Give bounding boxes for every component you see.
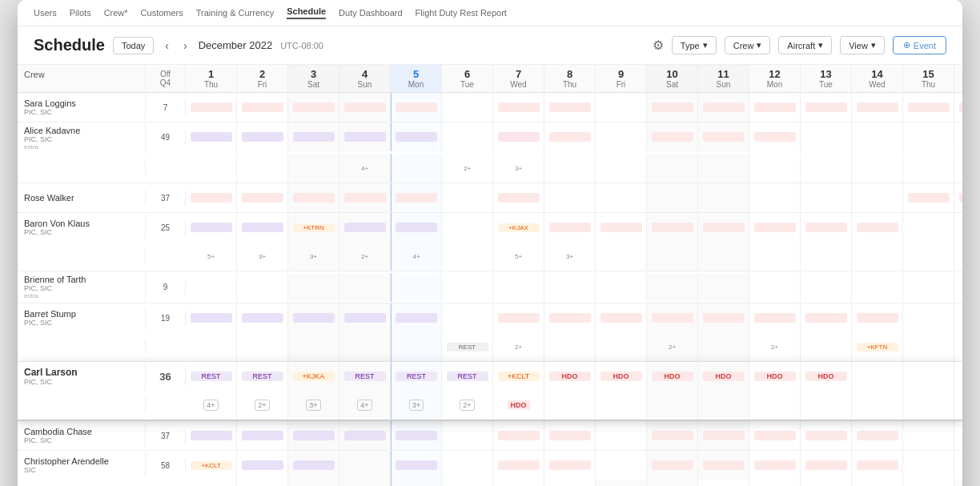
nav-flight-duty[interactable]: Flight Duty Rest Report bbox=[416, 8, 507, 18]
day-carl-9[interactable]: HDO bbox=[596, 362, 647, 391]
day-carl-2[interactable]: REST bbox=[237, 362, 288, 391]
day-alice-2[interactable]: ​ bbox=[237, 123, 288, 151]
day-barret-7[interactable]: ​ bbox=[493, 303, 544, 332]
day-chris-11[interactable]: ​ bbox=[698, 451, 749, 480]
view-dropdown[interactable]: View ▾ bbox=[840, 36, 885, 54]
day-chris-2[interactable]: ​ bbox=[237, 451, 288, 480]
day-barret-11[interactable]: ​ bbox=[698, 303, 749, 332]
day-chris-14[interactable]: ​ bbox=[852, 451, 903, 480]
day-barret-4[interactable]: ​ bbox=[339, 303, 391, 332]
day-cambodia-10[interactable]: ​ bbox=[647, 421, 698, 450]
nav-customers[interactable]: Customers bbox=[141, 8, 183, 18]
day-barret-13[interactable]: ​ bbox=[801, 303, 852, 332]
day-cambodia-12[interactable]: ​ bbox=[749, 421, 801, 450]
nav-duty-dashboard[interactable]: Duty Dashboard bbox=[339, 8, 403, 18]
day-cambodia-13[interactable]: ​ bbox=[801, 421, 852, 450]
day-carl-11[interactable]: HDO bbox=[698, 362, 749, 391]
day-chris-3[interactable]: ​ bbox=[288, 451, 339, 480]
day-sara-10[interactable]: ​ bbox=[647, 93, 698, 122]
prev-arrow[interactable]: ‹ bbox=[162, 38, 172, 54]
day-sara-2[interactable]: ​ bbox=[237, 93, 288, 122]
day-cambodia-11[interactable]: ​ bbox=[698, 421, 749, 450]
day-baron-4[interactable]: ​ bbox=[339, 213, 391, 242]
day-cambodia-1[interactable]: ​ bbox=[186, 421, 237, 450]
day-chris-7[interactable]: ​ bbox=[493, 451, 544, 480]
day-cambodia-8[interactable]: ​ bbox=[544, 421, 596, 450]
day-barret-12[interactable]: ​ bbox=[749, 303, 801, 332]
day-alice-1[interactable]: ​ bbox=[186, 123, 237, 151]
day-carl-13[interactable]: HDO bbox=[801, 362, 852, 391]
day-barret-9[interactable]: ​ bbox=[596, 303, 647, 332]
day-baron-8[interactable]: ​ bbox=[544, 213, 596, 242]
day-baron-14[interactable]: ​ bbox=[852, 213, 903, 242]
day-rose-1[interactable]: ​ bbox=[186, 183, 237, 212]
day-carl-1[interactable]: REST bbox=[186, 362, 237, 391]
day-rose-15[interactable]: ​ bbox=[903, 183, 954, 212]
add-event-button[interactable]: ⊕ Event bbox=[893, 36, 946, 54]
day-chris-5[interactable]: ​ bbox=[391, 451, 442, 480]
day-baron-7[interactable]: +KJAX bbox=[493, 213, 544, 242]
day-sara-11[interactable]: ​ bbox=[698, 93, 749, 122]
day-sara-12[interactable]: ​ bbox=[749, 93, 801, 122]
nav-training[interactable]: Training & Currency bbox=[196, 8, 274, 18]
day-sara-3[interactable]: ​ bbox=[288, 93, 339, 122]
day-baron-3[interactable]: +KTRN bbox=[288, 213, 339, 242]
day-sara-4[interactable]: ​ bbox=[339, 93, 391, 122]
day-rose-2[interactable]: ​ bbox=[237, 183, 288, 212]
day-alice-10[interactable]: ​ bbox=[647, 123, 698, 151]
nav-pilots[interactable]: Pilots bbox=[70, 8, 91, 18]
sub-alice-6[interactable]: 2+ bbox=[442, 154, 493, 183]
day-rose-3[interactable]: ​ bbox=[288, 183, 339, 212]
day-barret-14[interactable]: ​ bbox=[852, 303, 903, 332]
day-chris-13[interactable]: ​ bbox=[801, 451, 852, 480]
day-alice-7[interactable]: ​ bbox=[493, 123, 544, 151]
day-cambodia-7[interactable]: ​ bbox=[493, 421, 544, 450]
day-barret-8[interactable]: ​ bbox=[544, 303, 596, 332]
day-carl-6[interactable]: REST bbox=[442, 362, 493, 391]
day-baron-12[interactable]: ​ bbox=[749, 213, 801, 242]
day-alice-4[interactable]: ​ bbox=[339, 123, 391, 151]
day-carl-7[interactable]: +KCLT bbox=[493, 362, 544, 391]
day-cambodia-3[interactable]: ​ bbox=[288, 421, 339, 450]
day-alice-3[interactable]: ​ bbox=[288, 123, 339, 151]
day-rose-4[interactable]: ​ bbox=[339, 183, 391, 212]
day-chris-8[interactable]: ​ bbox=[544, 451, 596, 480]
day-carl-10[interactable]: HDO bbox=[647, 362, 698, 391]
day-carl-8[interactable]: HDO bbox=[544, 362, 596, 391]
day-chris-1[interactable]: +KCLT bbox=[186, 451, 237, 480]
nav-crew[interactable]: Crew* bbox=[104, 8, 128, 18]
day-baron-9[interactable]: ​ bbox=[596, 213, 647, 242]
day-carl-12[interactable]: HDO bbox=[749, 362, 801, 391]
day-baron-13[interactable]: ​ bbox=[801, 213, 852, 242]
sub-alice-7[interactable]: 3+ bbox=[493, 154, 544, 183]
today-button[interactable]: Today bbox=[113, 37, 154, 54]
next-arrow[interactable]: › bbox=[180, 38, 191, 54]
day-cambodia-5[interactable]: ​ bbox=[391, 421, 442, 450]
day-cambodia-2[interactable]: ​ bbox=[237, 421, 288, 450]
day-sara-1[interactable]: ​ bbox=[186, 93, 237, 122]
day-sara-13[interactable]: ​ bbox=[801, 93, 852, 122]
day-cambodia-14[interactable]: ​ bbox=[852, 421, 903, 450]
day-chris-12[interactable]: ​ bbox=[749, 451, 801, 480]
day-baron-1[interactable]: ​ bbox=[186, 213, 237, 242]
aircraft-dropdown[interactable]: Aircraft ▾ bbox=[778, 36, 832, 54]
day-carl-4[interactable]: REST bbox=[339, 362, 391, 391]
day-alice-12[interactable]: ​ bbox=[749, 123, 801, 151]
day-baron-2[interactable]: ​ bbox=[237, 213, 288, 242]
day-rose-16[interactable]: ​ bbox=[954, 183, 962, 212]
day-barret-2[interactable]: ​ bbox=[237, 303, 288, 332]
day-chris-10[interactable]: ​ bbox=[647, 451, 698, 480]
day-barret-1[interactable]: ​ bbox=[186, 303, 237, 332]
day-baron-10[interactable]: ​ bbox=[647, 213, 698, 242]
day-baron-5[interactable]: ​ bbox=[391, 213, 442, 242]
type-dropdown[interactable]: Type ▾ bbox=[672, 36, 717, 54]
day-sara-8[interactable]: ​ bbox=[544, 93, 596, 122]
day-carl-3[interactable]: +KJKA bbox=[288, 362, 339, 391]
day-alice-5[interactable]: ​ bbox=[391, 123, 442, 151]
day-cambodia-4[interactable]: ​ bbox=[339, 421, 391, 450]
nav-users[interactable]: Users bbox=[34, 8, 57, 18]
sub-alice-4[interactable]: 4+ bbox=[339, 154, 391, 183]
day-rose-5[interactable]: ​ bbox=[391, 183, 442, 212]
day-baron-11[interactable]: ​ bbox=[698, 213, 749, 242]
day-sara-14[interactable]: ​ bbox=[852, 93, 903, 122]
